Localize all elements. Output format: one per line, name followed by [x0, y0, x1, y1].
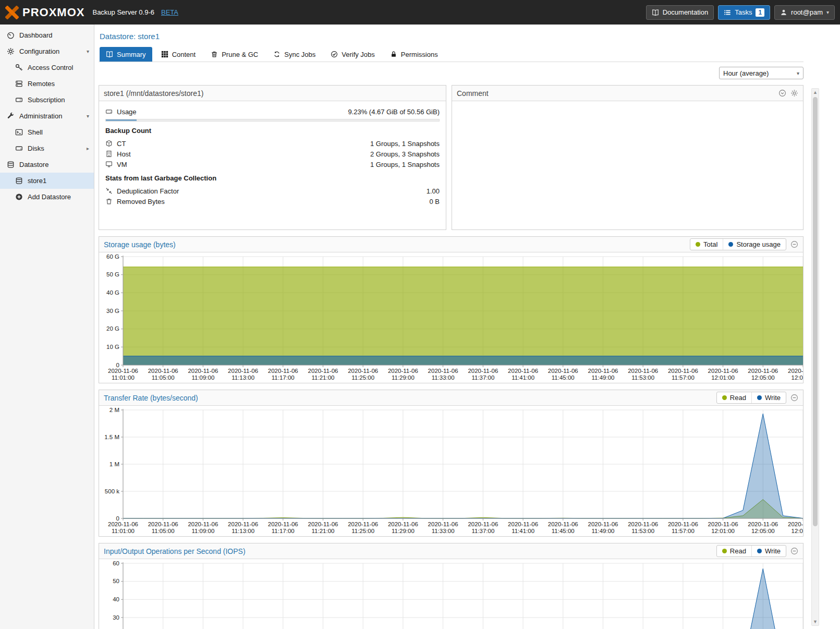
svg-text:11:49:00: 11:49:00 — [592, 528, 615, 534]
legend-item-write[interactable]: Write — [751, 546, 786, 557]
svg-text:50: 50 — [113, 578, 119, 584]
transfer-rate-chart: 0500 k1 M1.5 M2 M2020-11-0611:01:002020-… — [99, 406, 803, 536]
collapse-minus-icon[interactable] — [790, 240, 798, 248]
compress-icon — [105, 187, 113, 195]
svg-text:11:49:00: 11:49:00 — [592, 374, 615, 381]
row-value: 0 B — [429, 198, 440, 205]
collapse-minus-icon[interactable] — [790, 547, 798, 555]
svg-text:60: 60 — [113, 560, 119, 566]
tab-prune-gc[interactable]: Prune & GC — [204, 47, 264, 62]
chevron-right-icon[interactable]: ▸ — [87, 146, 89, 151]
tab-summary[interactable]: Summary — [100, 47, 152, 62]
svg-text:2020-11-06: 2020-11-06 — [668, 521, 698, 527]
svg-text:2020-11-06: 2020-11-06 — [708, 521, 738, 527]
svg-text:2020-11-06: 2020-11-06 — [428, 521, 458, 527]
svg-text:12:01:00: 12:01:00 — [711, 374, 735, 381]
tasks-label: Tasks — [735, 8, 752, 16]
legend-dot — [757, 395, 762, 400]
cube-icon — [105, 140, 113, 147]
sidebar-item-label: Administration — [19, 112, 62, 120]
sidebar-item-administration[interactable]: Administration ▾ — [0, 108, 94, 124]
usage-label: Usage — [117, 108, 137, 116]
svg-text:2020-11-06: 2020-11-06 — [348, 521, 378, 527]
time-range-select[interactable]: Hour (average) ▾ — [719, 67, 804, 79]
svg-text:2020-11-06: 2020-11-06 — [268, 368, 298, 374]
tab-content[interactable]: Content — [155, 47, 202, 62]
svg-text:11:17:00: 11:17:00 — [272, 374, 295, 381]
collapse-tool-icon[interactable] — [778, 89, 786, 97]
svg-text:2020-11-06: 2020-11-06 — [188, 368, 218, 374]
tasks-button[interactable]: Tasks 1 — [718, 5, 770, 20]
beta-link[interactable]: BETA — [161, 8, 178, 16]
legend-item-read[interactable]: Read — [717, 546, 751, 557]
storage-usage-chart: 010 G20 G30 G40 G50 G60 G2020-11-0611:01… — [99, 252, 803, 383]
legend-item-write[interactable]: Write — [751, 392, 786, 403]
sidebar-item-datastore[interactable]: Datastore — [0, 156, 94, 173]
svg-text:12:09:00: 12:09:00 — [792, 528, 803, 534]
svg-text:11:21:00: 11:21:00 — [312, 374, 335, 381]
tab-permissions[interactable]: Permissions — [384, 47, 444, 62]
sidebar-item-configuration[interactable]: Configuration ▾ — [0, 43, 94, 59]
vertical-scrollbar[interactable]: ▲ ▼ — [811, 88, 819, 626]
sidebar-item-access-control[interactable]: Access Control — [0, 59, 94, 76]
sidebar-item-label: Datastore — [19, 161, 48, 168]
sidebar-item-shell[interactable]: Shell — [0, 124, 94, 140]
tasks-icon — [724, 9, 731, 16]
brand-name: PROXMOX — [22, 6, 84, 19]
svg-text:2020-11-06: 2020-11-06 — [228, 368, 258, 374]
user-menu-button[interactable]: root@pam ▾ — [774, 5, 835, 20]
sidebar-item-add-datastore[interactable]: Add Datastore — [0, 189, 94, 205]
sidebar-item-remotes[interactable]: Remotes — [0, 76, 94, 92]
sidebar-item-store1[interactable]: store1 — [0, 173, 94, 189]
hdd-icon — [105, 108, 113, 115]
usage-row: Usage 9.23% (4.67 GiB of 50.56 GiB) — [105, 106, 440, 117]
tab-label: Verify Jobs — [342, 51, 375, 58]
legend-item-read[interactable]: Read — [717, 392, 751, 403]
svg-text:2020-11-06: 2020-11-06 — [468, 368, 498, 374]
scrollbar-thumb[interactable] — [813, 97, 818, 526]
legend-item-total[interactable]: Total — [690, 239, 723, 250]
svg-text:11:09:00: 11:09:00 — [191, 528, 214, 534]
svg-text:2020-11-06: 2020-11-06 — [148, 521, 178, 527]
backup-count-row-ct: CT 1 Groups, 1 Snapshots — [105, 138, 440, 149]
svg-text:11:33:00: 11:33:00 — [432, 374, 455, 381]
tab-sync-jobs[interactable]: Sync Jobs — [267, 47, 322, 62]
svg-text:11:53:00: 11:53:00 — [631, 528, 654, 534]
sidebar-item-label: Access Control — [28, 64, 73, 71]
sidebar-item-disks[interactable]: Disks ▸ — [0, 140, 94, 156]
product-name: Backup Server 0.9-6 — [92, 8, 154, 16]
chevron-down-icon[interactable]: ▾ — [87, 49, 89, 54]
row-value: 1 Groups, 1 Snapshots — [370, 140, 440, 148]
usage-progress-fill — [106, 119, 137, 121]
sidebar-item-label: Remotes — [28, 80, 55, 88]
usage-progress-bar — [105, 119, 440, 122]
scroll-down-icon[interactable]: ▼ — [812, 618, 819, 625]
svg-text:11:17:00: 11:17:00 — [272, 528, 295, 534]
iops-chart: 01020304050602020-11-0611:01:002020-11-0… — [99, 559, 803, 629]
svg-text:2020-11-06: 2020-11-06 — [308, 368, 338, 374]
tab-verify-jobs[interactable]: Verify Jobs — [324, 47, 381, 62]
row-label: Host — [117, 150, 131, 158]
gear-icon[interactable] — [790, 89, 798, 97]
svg-text:2020-11-06: 2020-11-06 — [588, 368, 618, 374]
iops-title: Input/Output Operations per Second (IOPS… — [104, 547, 246, 555]
row-label: VM — [117, 161, 127, 168]
tasks-count-badge: 1 — [756, 8, 764, 17]
collapse-minus-icon[interactable] — [790, 394, 798, 402]
sidebar-item-subscription[interactable]: Subscription — [0, 92, 94, 108]
row-label: Deduplication Factor — [117, 187, 179, 195]
documentation-button[interactable]: Documentation — [646, 5, 714, 20]
documentation-label: Documentation — [663, 8, 708, 16]
svg-text:12:05:00: 12:05:00 — [751, 528, 775, 534]
chevron-down-icon[interactable]: ▾ — [87, 113, 89, 119]
svg-text:2 M: 2 M — [109, 407, 119, 413]
sidebar-item-dashboard[interactable]: Dashboard — [0, 27, 94, 43]
scroll-up-icon[interactable]: ▲ — [812, 89, 819, 96]
legend-dot — [728, 242, 733, 247]
legend-item-storage-usage[interactable]: Storage usage — [723, 239, 786, 250]
svg-text:1 M: 1 M — [109, 461, 119, 467]
trash-icon — [105, 198, 113, 205]
svg-text:2020-11-06: 2020-11-06 — [668, 368, 698, 374]
chart-toolbar: Hour (average) ▾ — [99, 62, 804, 84]
legend-dot — [722, 395, 727, 400]
